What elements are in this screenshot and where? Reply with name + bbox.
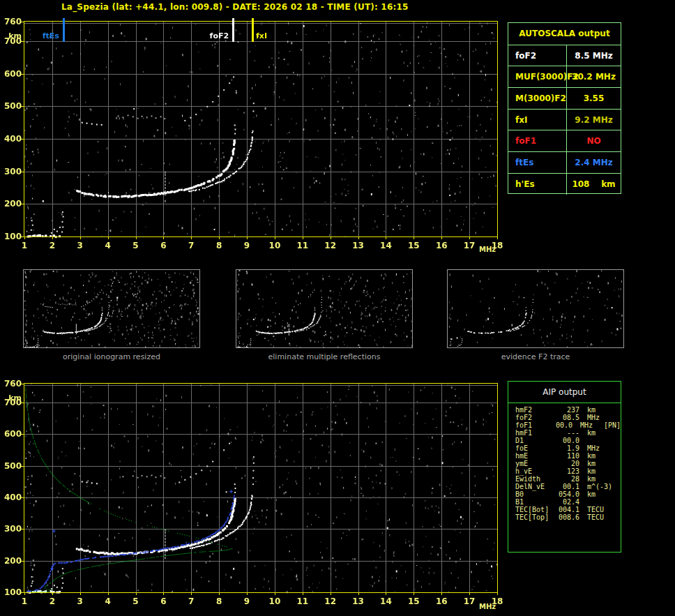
- aip-row: D100.0: [515, 437, 621, 444]
- aip-cell: hmF2: [515, 406, 556, 414]
- x-tick-label: 3: [73, 241, 88, 250]
- aip-cell: ymE: [515, 460, 556, 467]
- aip-cell: km: [587, 475, 614, 483]
- x-tick-label: 5: [128, 241, 144, 250]
- y-tick-label: 700: [0, 36, 22, 46]
- aip-cell: B0: [515, 490, 556, 498]
- row-label: h'Es: [508, 174, 567, 195]
- aip-row: hmF2237km: [515, 406, 621, 414]
- y-tick-label: 760: [0, 379, 22, 389]
- aip-cell: ---: [556, 429, 579, 437]
- x-tick-label: 16: [434, 596, 449, 606]
- x-tick-label: 7: [183, 241, 199, 250]
- thumbnail-caption-3: evidence F2 trace: [447, 352, 624, 361]
- x-tick-label: 1: [17, 241, 32, 250]
- aip-cell: km: [587, 452, 614, 460]
- aip-cell: TEC[Bot]: [515, 506, 556, 513]
- thumbnail-eliminate-reflections: [236, 269, 413, 348]
- aip-cell: 20: [556, 460, 579, 467]
- aip-cell: 02.4: [556, 498, 579, 506]
- aip-table-body: hmF2237kmfoF208.5MHzfoF100.0MHz[PN]hmF1-…: [508, 403, 621, 521]
- y-tick-label: 400: [0, 134, 22, 144]
- aip-cell: TEC[Top]: [515, 513, 556, 521]
- y-tick-label: 600: [0, 429, 22, 439]
- aip-cell: 00.0: [556, 437, 579, 444]
- aip-cell: 008.6: [556, 513, 579, 521]
- aip-cell: 1.9: [556, 444, 579, 452]
- y-tick-label: 200: [0, 199, 22, 209]
- y-tick-label: 760: [0, 17, 22, 27]
- aip-row: Ewidth28km: [515, 475, 621, 483]
- table-row-fxi: fxI 9.2 MHz: [508, 109, 621, 130]
- main-ionogram-canvas: [20, 17, 501, 241]
- aip-cell: DelN_vE: [515, 483, 556, 490]
- thumbnail-caption-2: eliminate multiple reflections: [236, 352, 413, 361]
- y-tick-label: 400: [0, 493, 22, 502]
- table-row-fof2: foF2 8.5 MHz: [508, 45, 621, 66]
- y-tick-label: 600: [0, 69, 22, 79]
- aip-cell: TECU: [587, 506, 614, 513]
- y-tick-label: 300: [0, 524, 22, 534]
- aip-cell: foE: [515, 444, 556, 452]
- x-tick-label: 9: [239, 596, 255, 606]
- x-tick-label: 4: [100, 596, 116, 606]
- x-tick-label: 11: [295, 596, 310, 606]
- x-tick-label: 7: [183, 596, 199, 606]
- y-tick-label: 500: [0, 101, 22, 111]
- aip-cell: foF1: [515, 421, 552, 429]
- x-tick-label: 14: [378, 241, 393, 250]
- marker-label-fxi: fxI: [256, 31, 267, 40]
- thumbnail-original-ionogram: [23, 269, 200, 348]
- row-label: foF2: [508, 45, 567, 66]
- row-label: ftEs: [508, 152, 567, 173]
- row-value: 9.2 MHz: [567, 110, 621, 130]
- aip-cell: hmF1: [515, 429, 556, 437]
- aip-cell: h_vE: [515, 467, 556, 475]
- thumbnail-evidence-f2-trace: [447, 269, 624, 348]
- aip-cell: 237: [556, 406, 579, 414]
- x-tick-label: 18: [490, 596, 505, 606]
- y-tick-label: 100: [0, 587, 22, 597]
- aip-table: AIP output hmF2237kmfoF208.5MHzfoF100.0M…: [508, 381, 621, 553]
- aip-cell: [587, 437, 614, 444]
- aip-row: B102.4: [515, 498, 621, 506]
- table-row-ftes: ftEs 2.4 MHz: [508, 151, 621, 173]
- aip-cell: B1: [515, 498, 556, 506]
- aip-cell: D1: [515, 437, 556, 444]
- row-label: M(3000)F2: [508, 88, 567, 109]
- row-label: MUF(3000)F2: [508, 66, 567, 87]
- y-tick-label: 500: [0, 461, 22, 471]
- x-tick-label: 13: [351, 596, 366, 606]
- page-title: La_Spezia (lat: +44.1, lon: 009.8) - DAT…: [61, 2, 409, 12]
- x-tick-label: 15: [406, 596, 421, 606]
- aip-cell: 054.0: [556, 490, 579, 498]
- autoscala-table: AUTOSCALA output foF2 8.5 MHz MUF(3000)F…: [508, 22, 621, 194]
- aip-cell: MHz: [587, 444, 614, 452]
- row-value: NO: [567, 130, 621, 151]
- y-tick-label: 700: [0, 398, 22, 407]
- table-row-hes: h'Es 108 km: [508, 173, 621, 195]
- aip-cell: km: [587, 467, 614, 475]
- aip-cell: 110: [556, 452, 579, 460]
- y-tick-label: 300: [0, 167, 22, 176]
- aip-row: hmF1---km: [515, 429, 621, 437]
- autoscala-table-title: AUTOSCALA output: [508, 23, 621, 45]
- aip-table-title: AIP output: [508, 382, 621, 403]
- x-tick-label: 12: [323, 596, 338, 606]
- aip-cell: MHz: [587, 414, 614, 421]
- aip-cell: [PN]: [604, 421, 621, 429]
- aip-cell: m^(-3): [587, 483, 614, 490]
- x-tick-label: 15: [406, 241, 421, 250]
- aip-row: DelN_vE00.1m^(-3): [515, 483, 621, 490]
- x-tick-label: 1: [17, 596, 32, 606]
- aip-row: TEC[Bot]004.1TECU: [515, 506, 621, 513]
- x-tick-label: 14: [378, 596, 393, 606]
- aip-cell: km: [587, 429, 614, 437]
- aip-cell: 00.0: [552, 421, 572, 429]
- autoscala-screen: La_Spezia (lat: +44.1, lon: 009.8) - DAT…: [0, 0, 675, 616]
- aip-row: h_vE123km: [515, 467, 621, 475]
- row-label: fxI: [508, 110, 567, 130]
- aip-row: hmE110km: [515, 452, 621, 460]
- row-value: 108 km: [567, 174, 621, 195]
- aip-row: ymE20km: [515, 460, 621, 467]
